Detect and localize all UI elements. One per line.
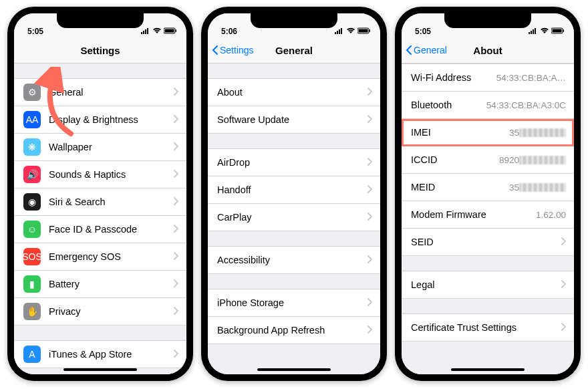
settings-row[interactable]: MEID 35: [402, 174, 574, 201]
row-label: Modem Firmware: [411, 209, 532, 220]
settings-row[interactable]: ✋ Privacy: [14, 298, 186, 326]
chevron-right-icon: [174, 114, 178, 125]
chevron-right-icon: [561, 237, 566, 247]
settings-group: A iTunes & App Store: [14, 340, 186, 368]
home-indicator[interactable]: [257, 368, 331, 371]
battery-icon: [551, 27, 565, 36]
wifi-icon: [152, 27, 162, 36]
row-label: iPhone Storage: [217, 297, 363, 308]
row-label: IMEI: [411, 127, 505, 138]
settings-row[interactable]: Certificate Trust Settings: [402, 313, 574, 342]
settings-row[interactable]: ⚙︎ General: [14, 78, 186, 106]
chevron-right-icon: [561, 322, 566, 333]
svg-rect-20: [563, 29, 565, 32]
svg-rect-6: [176, 29, 177, 32]
row-label: Display & Brightness: [49, 114, 170, 125]
settings-row[interactable]: Modem Firmware 1.62.00: [402, 201, 574, 229]
chevron-right-icon: [174, 169, 178, 180]
redacted: [519, 128, 566, 137]
status-time: 5:05: [27, 27, 43, 36]
settings-row[interactable]: Accessibility: [208, 246, 380, 274]
back-button[interactable]: Settings: [212, 45, 254, 55]
chevron-right-icon: [368, 325, 372, 336]
chevron-right-icon: [174, 279, 178, 289]
battery-icon: [357, 27, 371, 36]
svg-rect-16: [533, 29, 534, 34]
screen: 5:05 Settings ⚙︎ General AA Display & Br…: [14, 13, 186, 374]
settings-group: Wi-Fi Address 54:33:CB:BA:A… Bluetooth 5…: [402, 63, 574, 256]
faceid-icon: ☺︎: [23, 221, 41, 238]
row-value: 54:33:CB:BA:A…: [496, 73, 566, 83]
row-label: Wallpaper: [49, 142, 170, 152]
row-label: About: [217, 87, 363, 98]
row-label: Battery: [49, 279, 170, 289]
chevron-right-icon: [174, 87, 178, 98]
settings-row[interactable]: A iTunes & App Store: [14, 340, 186, 368]
row-value: 1.62.00: [536, 210, 566, 220]
status-time: 5:06: [221, 27, 237, 36]
svg-rect-15: [531, 31, 532, 34]
signal-icon: [529, 27, 538, 36]
row-label: iTunes & App Store: [49, 349, 170, 360]
row-label: General: [49, 87, 170, 98]
settings-row[interactable]: AirDrop: [208, 148, 380, 176]
home-indicator[interactable]: [451, 368, 525, 371]
chevron-right-icon: [368, 157, 372, 168]
settings-row[interactable]: Bluetooth 54:33:CB:BA:A3:0C: [402, 92, 574, 119]
settings-row[interactable]: AA Display & Brightness: [14, 106, 186, 134]
settings-row[interactable]: ▮ Battery: [14, 271, 186, 298]
speaker-icon: 🔊: [23, 166, 41, 183]
settings-group: ⚙︎ General AA Display & Brightness ❋ Wal…: [14, 78, 186, 326]
settings-row[interactable]: Software Update: [208, 106, 380, 134]
nav-bar: General About: [402, 37, 574, 63]
wifi-icon: [540, 27, 549, 36]
settings-row[interactable]: Legal: [402, 271, 574, 299]
settings-row[interactable]: Background App Refresh: [208, 317, 380, 344]
row-label: Background App Refresh: [217, 325, 363, 336]
row-label: Legal: [411, 279, 557, 290]
settings-row[interactable]: ☺︎ Face ID & Passcode: [14, 216, 186, 243]
redacted: [519, 156, 566, 164]
settings-row[interactable]: ICCID 8920: [402, 146, 574, 174]
settings-row[interactable]: 🔊 Sounds & Haptics: [14, 161, 186, 188]
nav-bar: Settings General: [208, 37, 380, 63]
battery-icon: ▮: [23, 275, 41, 293]
A-icon: A: [23, 346, 41, 363]
chevron-right-icon: [368, 297, 372, 308]
svg-rect-12: [359, 29, 368, 33]
svg-rect-9: [339, 29, 340, 34]
settings-row[interactable]: ◉ Siri & Search: [14, 188, 186, 216]
row-label: Wi-Fi Address: [411, 72, 492, 83]
settings-row[interactable]: About: [208, 78, 380, 106]
chevron-right-icon: [174, 349, 178, 360]
back-label: Settings: [220, 45, 254, 55]
settings-row[interactable]: iPhone Storage: [208, 289, 380, 317]
settings-row[interactable]: ❋ Wallpaper: [14, 134, 186, 161]
content-area[interactable]: About Software Update AirDrop Handoff Ca…: [208, 63, 380, 374]
chevron-right-icon: [561, 279, 566, 290]
settings-row[interactable]: Handoff: [208, 176, 380, 204]
settings-row[interactable]: CarPlay: [208, 204, 380, 231]
settings-row[interactable]: SOS Emergency SOS: [14, 243, 186, 271]
notch: [444, 13, 531, 28]
svg-rect-0: [141, 32, 142, 34]
screen: 5:05 General About Wi-Fi Address 54:33:C…: [402, 13, 574, 374]
content-area[interactable]: Wi-Fi Address 54:33:CB:BA:A… Bluetooth 5…: [402, 63, 574, 374]
settings-row[interactable]: SEID: [402, 229, 574, 256]
back-button[interactable]: General: [406, 45, 447, 55]
siri-icon: ◉: [23, 193, 41, 211]
row-label: Software Update: [217, 114, 363, 125]
content-area[interactable]: ⚙︎ General AA Display & Brightness ❋ Wal…: [14, 63, 186, 374]
row-label: Siri & Search: [49, 197, 170, 207]
hand-icon: ✋: [23, 303, 41, 320]
home-indicator[interactable]: [63, 368, 137, 371]
settings-row[interactable]: IMEI 35: [402, 119, 574, 146]
page-title: About: [473, 45, 502, 56]
row-label: SEID: [411, 237, 557, 247]
row-label: MEID: [411, 182, 505, 192]
settings-row[interactable]: Wi-Fi Address 54:33:CB:BA:A…: [402, 63, 574, 92]
notch: [57, 13, 144, 28]
chevron-right-icon: [368, 255, 372, 265]
signal-icon: [141, 27, 150, 36]
chevron-right-icon: [368, 212, 372, 223]
